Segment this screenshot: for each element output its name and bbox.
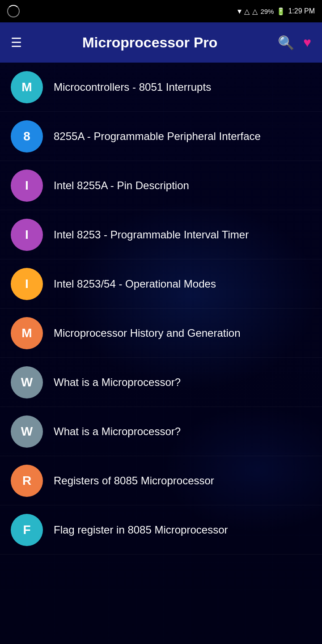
avatar: I	[11, 219, 43, 251]
status-bar: ▾ △ △ 29% 🔋 1:29 PM	[0, 0, 322, 22]
avatar: F	[11, 514, 43, 546]
list-item[interactable]: WWhat is a Microprocessor?	[0, 358, 322, 407]
signal-icon: △	[244, 7, 250, 16]
list-item[interactable]: FFlag register in 8085 Microprocessor	[0, 505, 322, 555]
avatar: M	[11, 317, 43, 349]
status-bar-left	[7, 5, 20, 17]
list-item[interactable]: IIntel 8253 - Programmable Interval Time…	[0, 210, 322, 259]
avatar: 8	[11, 120, 43, 153]
item-label: 8255A - Programmable Peripheral Interfac…	[54, 129, 261, 143]
item-label: Microprocessor History and Generation	[54, 326, 241, 340]
list-item[interactable]: RRegisters of 8085 Microprocessor	[0, 456, 322, 505]
hamburger-menu-icon[interactable]: ☰	[11, 35, 22, 50]
battery-icon: 🔋	[276, 7, 285, 16]
list-item[interactable]: IIntel 8253/54 - Operational Modes	[0, 259, 322, 309]
list-item[interactable]: WWhat is a Microprocessor?	[0, 407, 322, 456]
item-label: Intel 8253/54 - Operational Modes	[54, 277, 216, 291]
content-area: MMicrocontrollers - 8051 Interrupts88255…	[0, 63, 322, 644]
list-container: MMicrocontrollers - 8051 Interrupts88255…	[0, 63, 322, 555]
item-label: Registers of 8085 Microprocessor	[54, 474, 214, 487]
app-title: Microprocessor Pro	[22, 34, 278, 51]
avatar: M	[11, 71, 43, 103]
item-label: What is a Microprocessor?	[54, 424, 181, 438]
item-label: Microcontrollers - 8051 Interrupts	[54, 80, 211, 94]
spinner-icon	[7, 5, 20, 17]
avatar: R	[11, 465, 43, 497]
list-item[interactable]: MMicroprocessor History and Generation	[0, 309, 322, 358]
battery-percent: 29%	[260, 8, 274, 15]
avatar: I	[11, 268, 43, 300]
item-label: What is a Microprocessor?	[54, 375, 181, 389]
signal-icon-2: △	[252, 7, 258, 16]
favorites-heart-icon[interactable]: ♥	[303, 35, 311, 50]
app-bar: ☰ Microprocessor Pro 🔍 ♥	[0, 22, 322, 63]
search-icon[interactable]: 🔍	[278, 35, 294, 51]
status-bar-right: ▾ △ △ 29% 🔋 1:29 PM	[237, 6, 315, 16]
item-label: Intel 8255A - Pin Description	[54, 178, 189, 192]
wifi-icon: ▾	[237, 6, 242, 16]
app-bar-right: 🔍 ♥	[278, 35, 311, 51]
item-label: Intel 8253 - Programmable Interval Timer	[54, 228, 249, 242]
avatar: W	[11, 415, 43, 448]
app-bar-left: ☰	[11, 35, 22, 50]
clock: 1:29 PM	[288, 7, 315, 15]
avatar: I	[11, 169, 43, 202]
list-item[interactable]: 88255A - Programmable Peripheral Interfa…	[0, 112, 322, 161]
avatar: W	[11, 366, 43, 398]
list-item[interactable]: MMicrocontrollers - 8051 Interrupts	[0, 63, 322, 112]
list-item[interactable]: IIntel 8255A - Pin Description	[0, 161, 322, 210]
item-label: Flag register in 8085 Microprocessor	[54, 523, 228, 537]
